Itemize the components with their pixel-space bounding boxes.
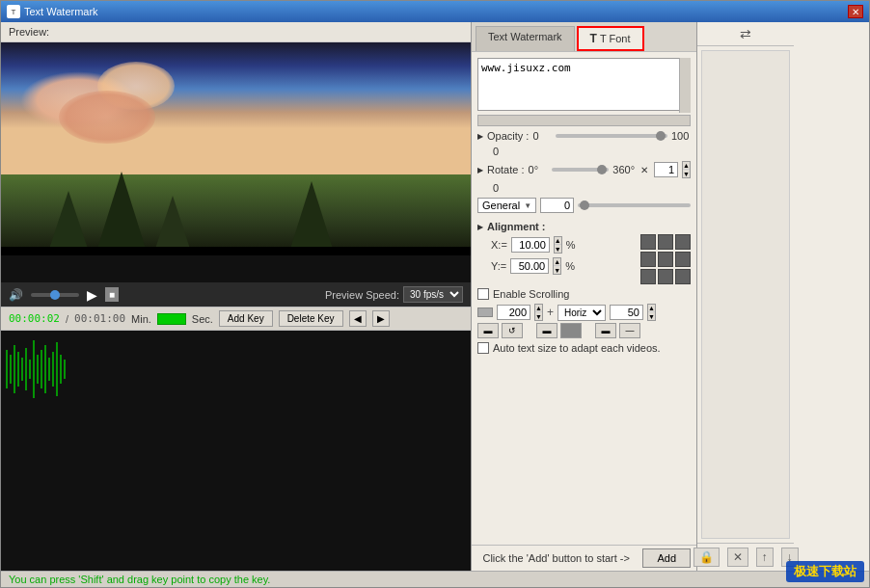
align-bot-left[interactable] [640, 269, 656, 284]
rotate-multiplier[interactable] [654, 162, 678, 177]
rotate-row: ▶ Rotate : 0° 360° ✕ ▲ ▼ [477, 161, 691, 178]
general-value[interactable] [540, 198, 574, 213]
x-spin-up[interactable]: ▲ [555, 237, 561, 245]
delete-key-button[interactable]: Delete Key [279, 310, 343, 327]
time-separator: / [66, 313, 68, 325]
rotate-spin-up[interactable]: ▲ [683, 162, 690, 170]
effect-btn-5[interactable]: ▬ [595, 323, 616, 338]
align-top-right[interactable] [675, 234, 691, 250]
svg-rect-3 [14, 345, 15, 393]
y-spin-up[interactable]: ▲ [554, 258, 560, 266]
rotate-spin-down[interactable]: ▼ [683, 170, 690, 177]
rotate-max: 360° [612, 164, 635, 175]
textarea-scrollbar-down[interactable] [680, 86, 691, 114]
effect-btn-4[interactable] [560, 323, 582, 338]
info-bar: Click the 'Add' button to start -> Add [472, 545, 696, 571]
left-panel: Preview: [1, 22, 472, 571]
effect-btn-1[interactable]: ▬ [477, 323, 499, 338]
watermark-text-input[interactable]: www.jisuxz.com [477, 58, 691, 111]
textarea-scrollbar-up[interactable] [680, 58, 691, 86]
scroll-speed-input[interactable] [497, 305, 530, 320]
lock-button[interactable]: 🔒 [693, 548, 720, 567]
text-scrollbar-h[interactable] [477, 115, 691, 126]
scroll-spin-up[interactable]: ▲ [535, 305, 542, 312]
rotate-slider[interactable] [552, 168, 610, 172]
tab-font[interactable]: T T Font [577, 26, 644, 51]
align-mid-center[interactable] [658, 252, 673, 267]
svg-rect-16 [64, 360, 66, 379]
move-up-button[interactable]: ↑ [756, 548, 774, 567]
speed-select[interactable]: 30 fps/s [403, 286, 463, 303]
rotate-toggle[interactable]: ▶ [477, 166, 483, 174]
y-spin-down[interactable]: ▼ [554, 266, 560, 274]
scrolling-controls: ▲ ▼ + Horiz Vert ▲ ▼ [477, 304, 691, 321]
opacity-min: 0 [532, 130, 552, 142]
close-button[interactable]: ✕ [848, 5, 863, 18]
alignment-y-unit: % [565, 260, 575, 272]
min-label: Min. [131, 313, 151, 325]
info-text: Click the 'Add' button to start -> [477, 552, 635, 564]
scrolling-checkbox-row: Enable Scrolling [477, 288, 691, 300]
auto-text-checkbox[interactable] [477, 342, 489, 354]
svg-rect-11 [44, 345, 46, 393]
scroll-speed2-input[interactable] [610, 305, 643, 320]
effect-btn-3[interactable]: ▬ [536, 323, 557, 338]
timeline-area [1, 331, 471, 571]
far-right-panel: ⇄ 🔒 ✕ ↑ ↓ [697, 22, 794, 571]
app-icon: T [7, 5, 20, 18]
svg-rect-1 [6, 350, 8, 388]
opacity-slider[interactable] [556, 134, 667, 138]
refresh-icon[interactable]: ⇄ [740, 26, 751, 41]
status-bar: You can press 'Shift' and drag key point… [1, 571, 869, 587]
rotate-spinner: ▲ ▼ [682, 161, 691, 178]
alignment-x-row: X:= ▲ ▼ % [477, 236, 637, 254]
x-spin-down[interactable]: ▼ [555, 245, 561, 253]
rotate-x-label: ✕ [640, 165, 648, 175]
tab-text-watermark[interactable]: Text Watermark [476, 26, 575, 51]
scrolling-label: Enable Scrolling [493, 288, 570, 300]
delete-button[interactable]: ✕ [727, 548, 748, 567]
effect-btn-6[interactable]: — [619, 323, 640, 338]
add-button[interactable]: Add [642, 548, 691, 568]
auto-text-row: Auto text size to adapt each videos. [477, 342, 691, 354]
direction-select[interactable]: Horiz Vert [557, 305, 606, 321]
y-spinner: ▲ ▼ [553, 257, 561, 275]
tabs-bar: Text Watermark T T Font [472, 22, 696, 52]
alignment-toggle[interactable]: ▶ [477, 223, 483, 231]
opacity-toggle[interactable]: ▶ [477, 132, 483, 141]
align-top-left[interactable] [640, 234, 656, 250]
align-bot-right[interactable] [675, 269, 691, 284]
general-dropdown[interactable]: General ▼ [477, 198, 536, 213]
scroll-spin-down[interactable]: ▼ [535, 312, 542, 320]
title-bar-left: T Text Watermark [7, 5, 98, 18]
volume-slider[interactable] [31, 293, 79, 297]
stop-button[interactable]: ■ [105, 287, 119, 302]
effect-btn-2[interactable]: ↺ [502, 323, 523, 338]
align-mid-right[interactable] [675, 252, 691, 267]
alignment-y-input[interactable] [510, 258, 549, 274]
svg-rect-13 [52, 352, 54, 387]
total-time: 00:01:00 [74, 312, 125, 325]
align-bot-center[interactable] [658, 269, 673, 284]
add-key-button[interactable]: Add Key [219, 310, 273, 327]
prev-key-button[interactable]: ◀ [349, 310, 367, 327]
fr-thumbnail [701, 50, 790, 539]
alignment-x-input[interactable] [511, 237, 550, 253]
alignment-y-row: Y:= ▲ ▼ % [477, 257, 637, 275]
svg-rect-2 [10, 355, 12, 384]
text-area-container: www.jisuxz.com [477, 58, 691, 113]
video-area [1, 42, 471, 282]
next-key-button[interactable]: ▶ [372, 310, 390, 327]
scroll-spin-down2[interactable]: ▼ [648, 312, 655, 320]
general-slider[interactable] [578, 203, 691, 207]
sec-label: Sec. [192, 313, 213, 325]
opacity-value: 0 [493, 146, 512, 157]
svg-rect-14 [56, 342, 58, 396]
scrolling-checkbox[interactable] [477, 288, 489, 300]
settings-panel: Text Watermark T T Font www.jisuxz.com [472, 22, 697, 571]
scroll-spin-up2[interactable]: ▲ [648, 305, 655, 312]
align-mid-left[interactable] [640, 252, 656, 267]
play-button[interactable]: ▶ [87, 287, 97, 303]
fr-bottom: 🔒 ✕ ↑ ↓ [697, 543, 794, 571]
align-top-center[interactable] [658, 234, 673, 250]
